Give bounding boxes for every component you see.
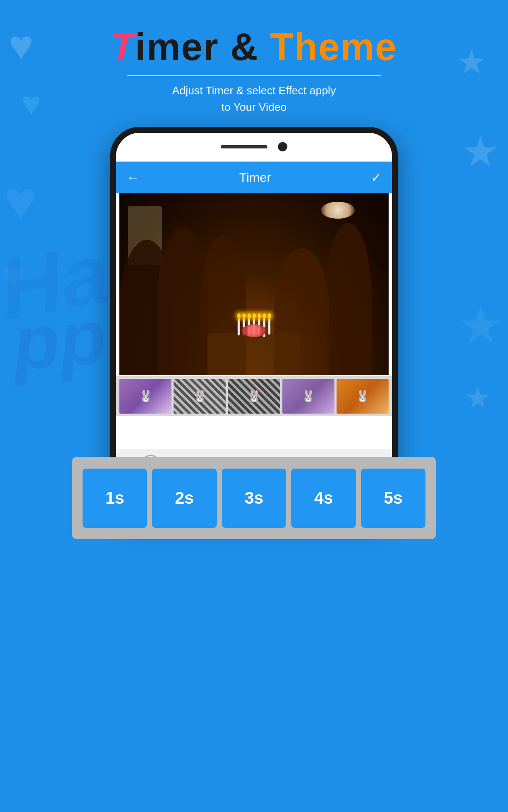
timer-2s-button[interactable]: 2s (152, 469, 216, 528)
title-imer: imer (135, 26, 219, 68)
phone-top-area (221, 142, 287, 151)
phone-camera (278, 142, 287, 151)
confirm-button[interactable]: ✓ (371, 170, 381, 185)
main-title: Timer & Theme (0, 25, 508, 69)
person-4 (325, 223, 372, 375)
phone-side-button (396, 251, 398, 281)
title-divider (127, 75, 381, 76)
timer-1s-button[interactable]: 1s (83, 469, 147, 528)
video-preview-area (119, 193, 389, 375)
subtitle-text: Adjust Timer & select Effect apply to Yo… (0, 82, 508, 115)
title-amp: & (219, 26, 270, 68)
timer-strip: 1s 2s 3s 4s 5s (72, 457, 436, 539)
thumbnail-3[interactable]: 🐰 (228, 379, 280, 414)
timer-5s-button[interactable]: 5s (361, 469, 425, 528)
title-theme: Theme (270, 26, 397, 68)
timer-3s-button[interactable]: 3s (222, 469, 286, 528)
title-section: Timer & Theme Adjust Timer & select Effe… (0, 25, 508, 115)
cake-flowers (241, 324, 267, 337)
thumbnail-1[interactable]: 🐰 (119, 379, 171, 414)
thumbnail-4[interactable]: 🐰 (282, 379, 334, 414)
thumbnail-2[interactable]: 🐰 (174, 379, 226, 414)
chandelier (321, 202, 355, 219)
timer-4s-button[interactable]: 4s (291, 469, 356, 528)
phone-speaker (221, 145, 268, 148)
cake-table (207, 333, 301, 375)
thumbnail-strip: 🐰 🐰 🐰 🐰 🐰 (116, 376, 392, 416)
thumbnail-5[interactable]: 🐰 (337, 379, 389, 414)
app-header-bar: ← Timer ✓ (116, 162, 392, 193)
app-bar-title: Timer (239, 170, 271, 185)
party-image (119, 193, 389, 375)
back-button[interactable]: ← (127, 170, 139, 185)
title-t: T (111, 26, 135, 68)
